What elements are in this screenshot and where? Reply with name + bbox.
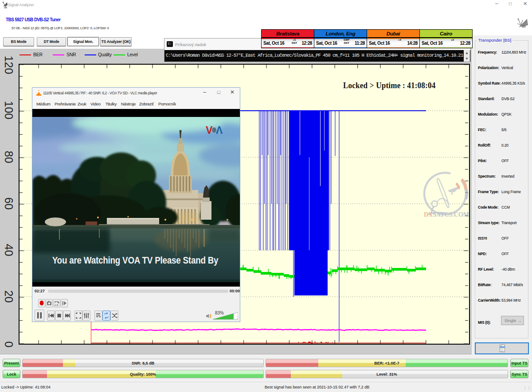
- svg-text:Λ: Λ: [216, 124, 223, 136]
- svg-text:A B: A B: [55, 304, 59, 307]
- svg-text:V: V: [206, 124, 213, 136]
- svg-text:DXSATCS.COM: DXSATCS.COM: [424, 211, 469, 218]
- svg-text:You are Watching VOA TV Please: You are Watching VOA TV Please Stand By: [52, 254, 219, 265]
